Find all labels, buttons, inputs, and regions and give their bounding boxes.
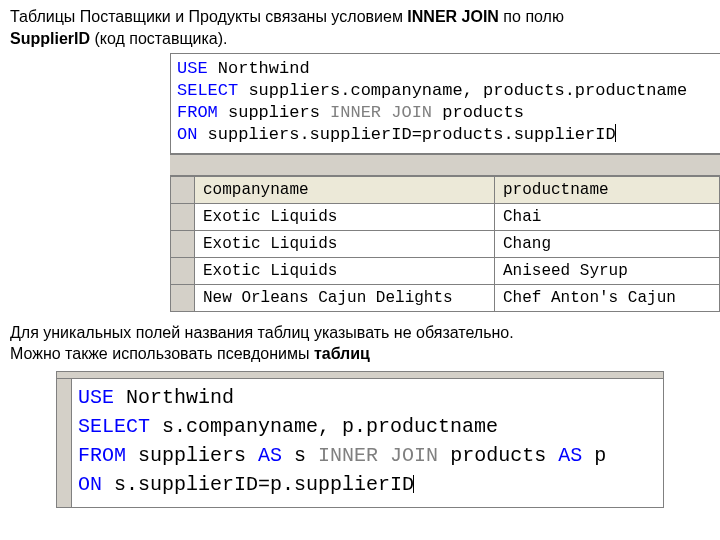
- cell[interactable]: New Orleans Cajun Delights: [195, 284, 495, 311]
- sql-editor-2[interactable]: USE Northwind SELECT s.companyname, p.pr…: [71, 378, 664, 508]
- results-grid: companyname productname Exotic Liquids C…: [170, 154, 720, 312]
- cell[interactable]: Chang: [495, 230, 720, 257]
- sql-keyword: FROM: [177, 103, 218, 122]
- para2-line1: Для уникальных полей названия таблиц ука…: [10, 324, 514, 341]
- para2-bold: таблиц: [314, 345, 370, 362]
- sql-keyword: JOIN: [391, 103, 432, 122]
- sql-text: s: [282, 444, 318, 467]
- row-number[interactable]: [171, 257, 195, 284]
- para2-line2: Можно также использовать псевдонимы: [10, 345, 314, 362]
- cell[interactable]: Exotic Liquids: [195, 230, 495, 257]
- sql-text: s.companyname, p.productname: [150, 415, 498, 438]
- sql-text: products: [432, 103, 524, 122]
- sql-text: Northwind: [114, 386, 234, 409]
- paragraph-2: Для уникальных полей названия таблиц ука…: [0, 312, 720, 365]
- sql-text: suppliers: [126, 444, 258, 467]
- sql-keyword: INNER: [318, 444, 378, 467]
- sql-keyword: SELECT: [177, 81, 238, 100]
- sql-keyword: SELECT: [78, 415, 150, 438]
- intro-text: по полю: [499, 8, 564, 25]
- table-header-row: companyname productname: [171, 176, 720, 203]
- cell[interactable]: Aniseed Syrup: [495, 257, 720, 284]
- intro-paragraph: Таблицы Поставщики и Продукты связаны ус…: [0, 0, 720, 53]
- sql-keyword: JOIN: [390, 444, 438, 467]
- sql-text: [381, 103, 391, 122]
- sql-text: p: [582, 444, 606, 467]
- cell[interactable]: Exotic Liquids: [195, 257, 495, 284]
- sql-text: Northwind: [208, 59, 310, 78]
- sql-keyword: AS: [258, 444, 282, 467]
- col-header[interactable]: productname: [495, 176, 720, 203]
- cell[interactable]: Chef Anton's Cajun: [495, 284, 720, 311]
- sql-editor-2-gutter: [56, 378, 71, 508]
- sql-text: products: [438, 444, 558, 467]
- sql-editor-1[interactable]: USE Northwind SELECT suppliers.companyna…: [170, 53, 720, 153]
- table-row: Exotic Liquids Aniseed Syrup: [171, 257, 720, 284]
- sql-text: suppliers.supplierID=products.supplierID: [197, 125, 615, 144]
- sql-keyword: INNER: [330, 103, 381, 122]
- sql-keyword: USE: [177, 59, 208, 78]
- sql-text: [378, 444, 390, 467]
- table-row: Exotic Liquids Chang: [171, 230, 720, 257]
- row-number[interactable]: [171, 284, 195, 311]
- row-number[interactable]: [171, 230, 195, 257]
- row-number[interactable]: [171, 203, 195, 230]
- intro-bold-innerjoin: INNER JOIN: [407, 8, 499, 25]
- intro-bold-supplierid: SupplierID: [10, 30, 90, 47]
- col-header[interactable]: companyname: [195, 176, 495, 203]
- cell[interactable]: Chai: [495, 203, 720, 230]
- sql-keyword: FROM: [78, 444, 126, 467]
- sql-text: s.supplierID=p.supplierID: [102, 473, 414, 496]
- sql-text: suppliers: [218, 103, 330, 122]
- cell[interactable]: Exotic Liquids: [195, 203, 495, 230]
- sql-keyword: ON: [78, 473, 102, 496]
- sql-keyword: AS: [558, 444, 582, 467]
- sql-keyword: ON: [177, 125, 197, 144]
- grid-toolbar: [170, 155, 720, 176]
- intro-text: Таблицы Поставщики и Продукты связаны ус…: [10, 8, 407, 25]
- sql-editor-2-frame: USE Northwind SELECT s.companyname, p.pr…: [56, 371, 664, 508]
- sql-editor-2-topbar: [56, 371, 664, 378]
- sql-keyword: USE: [78, 386, 114, 409]
- row-header-blank: [171, 176, 195, 203]
- table-row: Exotic Liquids Chai: [171, 203, 720, 230]
- table-row: New Orleans Cajun Delights Chef Anton's …: [171, 284, 720, 311]
- intro-text: (код поставщика).: [90, 30, 228, 47]
- sql-text: suppliers.companyname, products.productn…: [238, 81, 687, 100]
- results-table: companyname productname Exotic Liquids C…: [170, 176, 720, 312]
